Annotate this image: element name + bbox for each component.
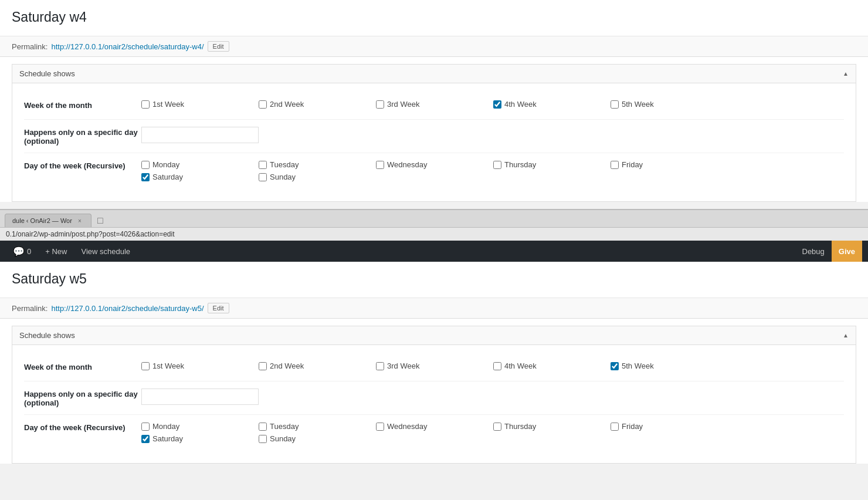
bottom-dow-saturday[interactable]: Saturday [141,434,259,443]
debug-label: Debug [802,247,825,256]
bottom-dow-thursday[interactable]: Thursday [493,422,611,431]
top-dow-monday[interactable]: Monday [141,160,259,169]
new-label: + New [45,247,67,256]
top-week-label: Week of the month [24,100,141,110]
top-dow-sunday[interactable]: Sunday [259,173,376,181]
bottom-dow-monday[interactable]: Monday [141,422,259,431]
bottom-dow-friday-checkbox[interactable] [611,423,619,431]
bottom-dow-thursday-checkbox[interactable] [493,423,501,431]
bottom-week-1st[interactable]: 1st Week [141,362,259,370]
top-edit-button[interactable]: Edit [208,41,229,52]
top-dow-saturday[interactable]: Saturday [141,173,259,181]
browser-chrome: dule ‹ OnAir2 — Wor × □ 0.1/onair2/wp-ad… [0,209,868,241]
bottom-dow-sunday-checkbox[interactable] [259,435,267,443]
bottom-title-section: Saturday w5 [0,262,868,298]
comment-icon: 💬 [13,246,25,257]
bottom-dow-tuesday-checkbox[interactable] [259,423,267,431]
bottom-dow-saturday-checkbox[interactable] [141,435,150,443]
top-schedule-panel: Schedule shows ▲ Week of the month 1st W… [12,64,856,202]
bottom-schedule-panel: Schedule shows ▲ Week of the month 1st W… [12,326,856,464]
top-specific-day-input[interactable] [141,127,259,143]
top-dow-wednesday[interactable]: Wednesday [376,160,493,169]
top-schedule-panel-title: Schedule shows [19,69,75,78]
top-week-4th-checkbox[interactable] [493,100,501,109]
address-bar[interactable]: 0.1/onair2/wp-admin/post.php?post=4026&a… [0,227,868,241]
bottom-schedule-panel-body: Week of the month 1st Week 2nd Week 3 [12,345,856,463]
top-week-controls: 1st Week 2nd Week 3rd Week 4th Week [141,100,844,112]
bottom-week-controls: 1st Week 2nd Week 3rd Week 4th Week [141,362,844,374]
bottom-week-2nd[interactable]: 2nd Week [259,362,376,370]
give-button[interactable]: Give [832,241,862,262]
bottom-dow-sunday[interactable]: Sunday [259,434,376,443]
bottom-specific-day-controls [141,388,844,405]
give-label: Give [839,247,855,256]
bottom-dow-tuesday[interactable]: Tuesday [259,422,376,431]
top-schedule-panel-header: Schedule shows ▲ [12,65,856,83]
bottom-week-4th-checkbox[interactable] [493,362,501,370]
bottom-week-3rd-checkbox[interactable] [376,362,384,370]
bottom-permalink-link[interactable]: http://127.0.0.1/onair2/schedule/saturda… [51,304,204,313]
top-week-5th[interactable]: 5th Week [611,100,728,109]
top-specific-day-row: Happens only on a specific day (optional… [24,120,844,153]
admin-bar-comments[interactable]: 💬 0 [6,241,38,262]
bottom-dow-row: Day of the week (Recursive) Monday Tuesd… [24,415,844,454]
admin-bar-new[interactable]: + New [38,241,74,262]
top-dow-tuesday-checkbox[interactable] [259,161,267,169]
top-week-5th-checkbox[interactable] [611,100,619,109]
tab-label: dule ‹ OnAir2 — Wor [12,217,72,224]
bottom-week-2nd-checkbox[interactable] [259,362,267,370]
bottom-dow-monday-checkbox[interactable] [141,423,150,431]
view-schedule-label: View schedule [81,247,130,256]
debug-button[interactable]: Debug [795,241,832,262]
bottom-specific-day-input[interactable] [141,388,259,405]
top-dow-saturday-checkbox[interactable] [141,173,150,181]
top-dow-monday-checkbox[interactable] [141,161,150,169]
bottom-post-title: Saturday w5 [12,271,856,287]
top-dow-friday[interactable]: Friday [611,160,728,169]
bottom-specific-day-row: Happens only on a specific day (optional… [24,381,844,415]
bottom-week-5th[interactable]: 5th Week [611,362,728,370]
top-week-3rd[interactable]: 3rd Week [376,100,493,109]
bottom-schedule-panel-header: Schedule shows ▲ [12,326,856,345]
top-dow-tuesday[interactable]: Tuesday [259,160,376,169]
top-collapse-icon[interactable]: ▲ [843,70,849,77]
bottom-post-section: Saturday w5 Permalink: http://127.0.0.1/… [0,262,868,464]
top-week-row: Week of the month 1st Week 2nd Week 3rd … [24,93,844,120]
top-specific-day-controls [141,127,844,143]
top-post-section: Saturday w4 Permalink: http://127.0.0.1/… [0,0,868,202]
bottom-dow-friday[interactable]: Friday [611,422,728,431]
top-week-1st-checkbox[interactable] [141,100,150,109]
bottom-week-5th-checkbox[interactable] [611,362,619,370]
top-week-1st[interactable]: 1st Week [141,100,259,109]
top-dow-label: Day of the week (Recursive) [24,160,141,170]
top-permalink-link[interactable]: http://127.0.0.1/onair2/schedule/saturda… [51,42,204,51]
bottom-dow-wednesday[interactable]: Wednesday [376,422,493,431]
top-title-section: Saturday w4 [0,0,868,36]
bottom-week-1st-checkbox[interactable] [141,362,150,370]
top-dow-sunday-checkbox[interactable] [259,173,267,181]
admin-bar-view-schedule[interactable]: View schedule [74,241,137,262]
top-week-2nd-checkbox[interactable] [259,100,267,109]
active-browser-tab[interactable]: dule ‹ OnAir2 — Wor × [5,214,91,227]
top-week-2nd[interactable]: 2nd Week [259,100,376,109]
bottom-collapse-icon[interactable]: ▲ [843,332,849,339]
bottom-week-3rd[interactable]: 3rd Week [376,362,493,370]
bottom-edit-button[interactable]: Edit [208,303,229,313]
bottom-week-label: Week of the month [24,362,141,371]
bottom-dow-label: Day of the week (Recursive) [24,422,141,432]
bottom-dow-wednesday-checkbox[interactable] [376,423,384,431]
top-week-3rd-checkbox[interactable] [376,100,384,109]
top-specific-day-label: Happens only on a specific day (optional… [24,127,141,146]
wp-admin-bar: 💬 0 + New View schedule Debug Give [0,241,868,262]
top-week-4th[interactable]: 4th Week [493,100,611,109]
top-dow-thursday-checkbox[interactable] [493,161,501,169]
top-permalink-label: Permalink: [12,42,48,51]
new-tab-button[interactable]: □ [94,214,107,227]
bottom-dow-controls: Monday Tuesday Wednesday Thursday [141,422,844,447]
tab-close-icon[interactable]: × [76,217,84,225]
top-schedule-panel-body: Week of the month 1st Week 2nd Week 3rd … [12,83,856,201]
top-dow-wednesday-checkbox[interactable] [376,161,384,169]
top-dow-friday-checkbox[interactable] [611,161,619,169]
bottom-week-4th[interactable]: 4th Week [493,362,611,370]
top-dow-thursday[interactable]: Thursday [493,160,611,169]
